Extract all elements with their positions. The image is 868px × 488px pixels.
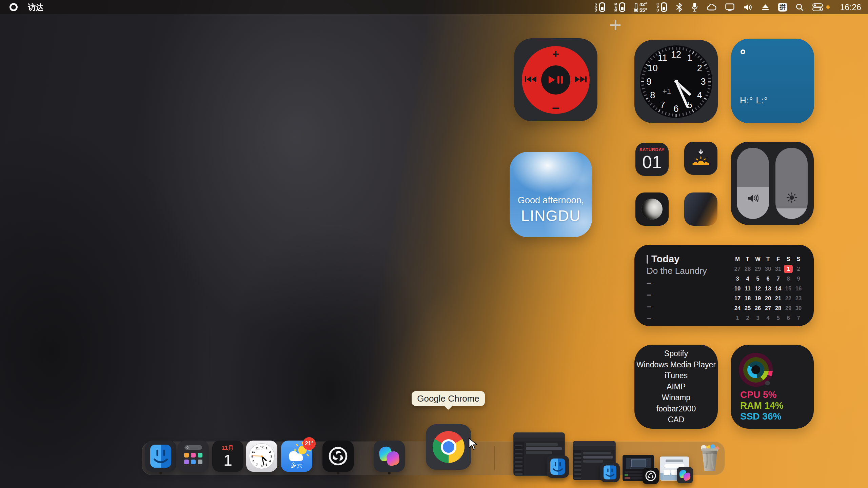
next-track-icon <box>575 76 587 83</box>
reminder-list: Do the Laundry–––– <box>647 265 707 324</box>
reminder-item[interactable]: – <box>647 289 707 301</box>
calendar-day-cell: 11 <box>743 284 753 293</box>
minimized-window-obs[interactable] <box>623 455 654 481</box>
date-widget[interactable]: SATURDAY 01 <box>635 143 669 176</box>
clock-tick <box>646 97 649 100</box>
dock-icon-copilot[interactable] <box>374 441 405 472</box>
weather-summary-widget[interactable]: H:° L:° <box>731 39 814 123</box>
dock-icon-weather[interactable]: 多云 21° <box>281 441 312 472</box>
clock-tick <box>700 103 703 105</box>
play-pause-button[interactable] <box>541 65 570 95</box>
add-widget-button[interactable]: + <box>606 15 625 35</box>
dock-icon-obs[interactable] <box>322 441 354 472</box>
control-center-menu-item[interactable] <box>812 3 830 11</box>
launchpad-app-square <box>198 460 202 464</box>
chrome-icon <box>433 431 465 463</box>
volume-up-button[interactable]: + <box>552 47 559 61</box>
dock-icon-trash[interactable] <box>697 443 722 473</box>
click-wheel[interactable]: + − <box>522 46 590 114</box>
calendar-day-cell: 19 <box>753 293 763 303</box>
dock-icon-calendar[interactable]: 11月 1 <box>212 441 243 472</box>
clock-tick <box>648 100 650 102</box>
photo-widget[interactable] <box>684 192 717 226</box>
bluetooth-menu-item[interactable] <box>676 3 683 12</box>
high-low-label: H:° L:° <box>740 95 768 106</box>
brightness-slider[interactable] <box>775 148 808 219</box>
media-player-item[interactable]: foobar2000 <box>656 403 696 414</box>
display-menu-item[interactable] <box>725 3 734 11</box>
minimized-window-finder-1[interactable] <box>513 432 565 476</box>
minimized-window-finder-2[interactable] <box>573 441 616 480</box>
media-player-item[interactable]: Windows Media Player <box>636 359 716 370</box>
reminder-item[interactable]: – <box>647 301 707 312</box>
dock-icon-finder[interactable] <box>145 441 176 472</box>
clock-tick <box>676 114 677 117</box>
volume-slider[interactable] <box>737 148 769 219</box>
media-player-item[interactable]: iTunes <box>665 370 688 381</box>
clock-numeral: 10 <box>252 450 255 453</box>
dock-icon-chrome[interactable] <box>426 424 471 470</box>
clock-tick <box>650 103 653 105</box>
clock-tick <box>665 48 667 51</box>
input-method-item[interactable]: 拼 <box>778 3 787 12</box>
calendar-day-cell: 17 <box>732 293 743 303</box>
clock-tick <box>708 84 711 85</box>
calendar-day-cell: 29 <box>783 303 793 313</box>
cpu-gauge-icon <box>661 2 667 12</box>
calendar-day-cell: 8 <box>783 274 793 284</box>
network-menu-item[interactable] <box>707 4 716 11</box>
media-player-item[interactable]: Spotify <box>664 348 688 359</box>
temperature-bottom: 55° <box>639 7 647 13</box>
next-track-button[interactable] <box>575 76 587 84</box>
temperature-status-item[interactable]: 42° 55° <box>634 1 647 13</box>
analog-clock-widget[interactable]: +1 123456789101112 <box>634 40 718 123</box>
clock-tick <box>697 105 700 108</box>
sliders-widget[interactable] <box>731 142 814 225</box>
spotlight-menu-item[interactable] <box>796 3 804 11</box>
media-player-item[interactable]: AIMP <box>667 381 686 392</box>
launchpad-search-icon <box>184 445 202 450</box>
calendar-day-cell: 13 <box>763 284 773 293</box>
menu-clock[interactable]: 16:26 <box>840 2 861 12</box>
weather-condition-icon <box>741 49 745 54</box>
mini-calendar-grid[interactable]: MTWTFSS272829303112345678910111213141516… <box>732 254 804 323</box>
system-logo-icon[interactable] <box>9 3 18 11</box>
copilot-badge-icon <box>679 470 690 481</box>
previous-track-button[interactable] <box>525 76 537 84</box>
media-player-item[interactable]: Winamp <box>662 392 690 403</box>
calendar-day-cell: 5 <box>753 274 763 284</box>
reminders-calendar-widget[interactable]: Today Do the Laundry–––– MTWTFSS27282930… <box>634 245 814 326</box>
sunset-widget[interactable] <box>684 142 717 175</box>
clock-face: +1 123456789101112 <box>640 45 712 118</box>
volume-down-button[interactable]: − <box>552 103 559 113</box>
microphone-menu-item[interactable] <box>691 2 698 12</box>
reminder-item[interactable]: Do the Laundry <box>647 265 707 277</box>
media-players-widget[interactable]: SpotifyWindows Media PlayeriTunesAIMPWin… <box>634 345 718 429</box>
volume-menu-item[interactable] <box>743 3 753 11</box>
active-app-menu[interactable]: 访达 <box>28 2 43 13</box>
media-remote-widget[interactable]: + − <box>514 38 597 121</box>
clock-numeral: 9 <box>646 76 651 87</box>
greeting-widget[interactable]: Good afternoon, LINGDU <box>510 152 592 237</box>
launchpad-app-square <box>191 460 196 464</box>
calendar-day-cell: 4 <box>743 274 753 284</box>
launchpad-app-square <box>198 453 202 458</box>
system-monitor-widget[interactable]: CPU 5% RAM 14% SSD 36% <box>731 345 814 429</box>
cpu-status-item[interactable]: CPU <box>656 2 667 12</box>
control-center-icon <box>812 3 823 11</box>
dock-icon-launchpad[interactable] <box>178 441 209 472</box>
calendar-day-header: W <box>753 254 763 264</box>
calendar-day-header: T <box>743 254 753 264</box>
eject-menu-item[interactable] <box>762 4 769 11</box>
launchpad-grid-icon <box>184 453 202 464</box>
ssd-status-item[interactable]: SSD <box>594 2 605 12</box>
dock-icon-clock[interactable]: 123456789101112 <box>246 441 277 472</box>
media-player-item[interactable]: CAD <box>668 414 685 425</box>
reminder-item[interactable]: – <box>647 277 707 289</box>
launchpad-app-square <box>191 453 196 458</box>
calendar-day-cell: 23 <box>793 293 804 303</box>
moon-phase-widget[interactable] <box>635 192 669 226</box>
mem-status-item[interactable]: MEM <box>614 2 625 12</box>
minimized-window-copilot[interactable] <box>660 456 689 481</box>
reminder-item[interactable]: – <box>647 312 707 324</box>
